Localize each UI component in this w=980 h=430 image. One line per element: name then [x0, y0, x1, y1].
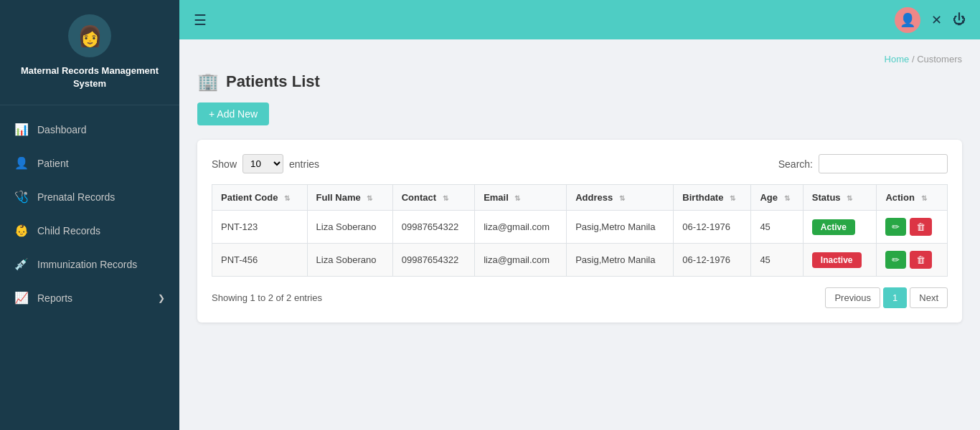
sidebar-item-label-prenatal: Prenatal Records [37, 191, 115, 203]
sort-arrows-birthdate[interactable]: ⇅ [730, 194, 735, 202]
close-icon[interactable]: ✕ [931, 12, 942, 28]
sort-arrows-full-name[interactable]: ⇅ [367, 194, 372, 202]
breadcrumb-separator: / [912, 54, 915, 64]
sort-arrows-address[interactable]: ⇅ [619, 194, 625, 202]
cell-full-name: Liza Soberano [307, 211, 392, 244]
breadcrumb-current: Customers [917, 54, 962, 64]
sidebar-item-child[interactable]: 👶 Child Records [0, 214, 179, 247]
col-full-name: Full Name ⇅ [307, 185, 392, 211]
table-header: Patient Code ⇅ Full Name ⇅ Contact ⇅ E [212, 185, 948, 211]
show-entries: Show 10 25 50 100 entries [212, 154, 319, 173]
logo-circle: 👩 [68, 14, 111, 57]
avatar-icon: 👤 [900, 12, 915, 28]
reports-icon: 📈 [14, 291, 29, 305]
sidebar-title: Maternal Records Management System [7, 64, 172, 90]
chevron-right-icon: ❯ [158, 293, 165, 303]
cell-birthdate: 06-12-1976 [674, 211, 751, 244]
sidebar-item-patient[interactable]: 👤 Patient [0, 146, 179, 180]
next-button[interactable]: Next [910, 287, 948, 308]
showing-text: Showing 1 to 2 of 2 entries [212, 292, 322, 303]
col-action: Action ⇅ [877, 185, 948, 211]
breadcrumb-home[interactable]: Home [885, 54, 910, 64]
immunization-icon: 💉 [14, 257, 29, 271]
sidebar-item-label-child: Child Records [37, 225, 100, 236]
power-icon[interactable]: ⏻ [953, 12, 966, 27]
col-email: Email ⇅ [475, 185, 567, 211]
edit-button[interactable]: ✏ [885, 251, 906, 269]
sidebar-nav: 📊 Dashboard 👤 Patient 🩺 Prenatal Records… [0, 105, 179, 315]
patients-table: Patient Code ⇅ Full Name ⇅ Contact ⇅ E [212, 184, 948, 277]
edit-button[interactable]: ✏ [885, 218, 906, 236]
sidebar: 👩 Maternal Records Management System 📊 D… [0, 0, 179, 430]
show-label: Show [212, 158, 237, 170]
search-input[interactable] [819, 154, 948, 173]
table-row: PNT-123Liza Soberano09987654322liza@gmai… [212, 211, 948, 244]
col-status: Status ⇅ [803, 185, 877, 211]
cell-email: liza@gmail.com [475, 244, 567, 277]
sidebar-item-dashboard[interactable]: 📊 Dashboard [0, 113, 179, 146]
prenatal-icon: 🩺 [14, 190, 29, 204]
sidebar-logo: 👩 Maternal Records Management System [0, 0, 179, 105]
cell-age: 45 [751, 211, 803, 244]
hamburger-button[interactable]: ☰ [194, 11, 207, 29]
sort-arrows-email[interactable]: ⇅ [514, 194, 520, 202]
cell-address: Pasig,Metro Manila [567, 211, 674, 244]
delete-button[interactable]: 🗑 [910, 218, 932, 236]
sort-arrows-status[interactable]: ⇅ [847, 194, 852, 202]
sidebar-item-prenatal[interactable]: 🩺 Prenatal Records [0, 180, 179, 214]
action-buttons: ✏🗑 [885, 251, 938, 269]
sort-arrows-contact[interactable]: ⇅ [443, 194, 448, 202]
col-contact: Contact ⇅ [392, 185, 474, 211]
sort-arrows-patient-code[interactable]: ⇅ [284, 194, 290, 202]
cell-birthdate: 06-12-1976 [674, 244, 751, 277]
content-area: Home / Customers 🏢 Patients List + Add N… [179, 39, 980, 430]
entries-select[interactable]: 10 25 50 100 [242, 154, 283, 173]
page-1-button[interactable]: 1 [883, 287, 907, 308]
topbar-left: ☰ [194, 11, 207, 29]
sidebar-item-label-patient: Patient [37, 158, 69, 169]
col-address: Address ⇅ [567, 185, 674, 211]
page-header: 🏢 Patients List [197, 72, 962, 92]
cell-email: liza@gmail.com [475, 211, 567, 244]
dashboard-icon: 📊 [14, 123, 29, 136]
logo-icon: 👩 [77, 24, 103, 48]
sidebar-item-label-reports: Reports [37, 292, 72, 304]
table-body: PNT-123Liza Soberano09987654322liza@gmai… [212, 211, 948, 277]
topbar-right: 👤 ✕ ⏻ [895, 7, 966, 33]
col-birthdate: Birthdate ⇅ [674, 185, 751, 211]
cell-age: 45 [751, 244, 803, 277]
sort-arrows-age[interactable]: ⇅ [784, 194, 790, 202]
avatar[interactable]: 👤 [895, 7, 920, 33]
table-row: PNT-456Liza Soberano09987654322liza@gmai… [212, 244, 948, 277]
cell-address: Pasig,Metro Manila [567, 244, 674, 277]
cell-status: Inactive [803, 244, 877, 277]
status-badge: Inactive [812, 252, 862, 268]
pagination: Previous 1 Next [825, 287, 948, 308]
child-icon: 👶 [14, 224, 29, 237]
previous-button[interactable]: Previous [825, 287, 880, 308]
breadcrumb: Home / Customers [197, 54, 962, 64]
table-footer: Showing 1 to 2 of 2 entries Previous 1 N… [212, 287, 948, 308]
cell-action: ✏🗑 [877, 211, 948, 244]
table-controls: Show 10 25 50 100 entries Search: [212, 154, 948, 173]
add-new-button[interactable]: + Add New [197, 102, 269, 125]
cell-patient-code: PNT-456 [212, 244, 308, 277]
header-row: Patient Code ⇅ Full Name ⇅ Contact ⇅ E [212, 185, 948, 211]
sidebar-item-reports[interactable]: 📈 Reports ❯ [0, 281, 179, 315]
cell-full-name: Liza Soberano [307, 244, 392, 277]
sidebar-item-label-dashboard: Dashboard [37, 124, 87, 135]
col-patient-code: Patient Code ⇅ [212, 185, 308, 211]
sort-arrows-action[interactable]: ⇅ [921, 194, 927, 202]
cell-status: Active [803, 211, 877, 244]
cell-contact: 09987654322 [392, 244, 474, 277]
col-age: Age ⇅ [751, 185, 803, 211]
cell-action: ✏🗑 [877, 244, 948, 277]
delete-button[interactable]: 🗑 [910, 251, 932, 269]
sidebar-item-immunization[interactable]: 💉 Immunization Records [0, 247, 179, 281]
cell-contact: 09987654322 [392, 211, 474, 244]
main-area: ☰ 👤 ✕ ⏻ Home / Customers 🏢 Patients List… [179, 0, 980, 430]
topbar: ☰ 👤 ✕ ⏻ [179, 0, 980, 39]
entries-label: entries [289, 158, 319, 170]
page-title: Patients List [226, 72, 320, 91]
sidebar-item-label-immunization: Immunization Records [37, 259, 137, 270]
